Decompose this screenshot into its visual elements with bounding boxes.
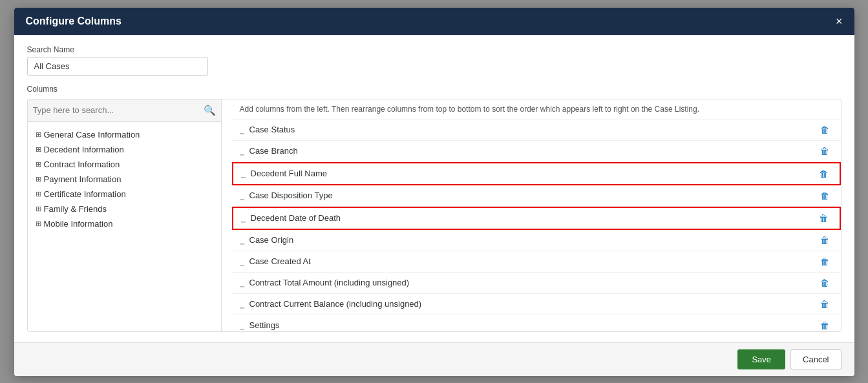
column-row: ⎯ Contract Total Amount (including unsig… (232, 273, 841, 294)
tree-item-label: Certificate Information (44, 189, 126, 199)
right-panel-hint: Add columns from the left. Then rearrang… (232, 99, 841, 119)
tree-item-label: Contract Information (44, 160, 120, 169)
delete-column-button[interactable]: 🗑 (816, 299, 833, 309)
expand-icon: ⊞ (36, 175, 41, 183)
column-row: ⎯ Decedent Full Name 🗑 (232, 162, 841, 185)
search-name-section: Search Name (27, 45, 842, 76)
modal-title: Configure Columns (26, 16, 122, 27)
column-name: Settings (249, 320, 816, 330)
columns-body: 🔍 ⊞General Case Information⊞Decedent Inf… (27, 99, 842, 332)
column-name: Decedent Date of Death (251, 213, 815, 223)
column-name: Case Status (249, 125, 816, 134)
tree-item-label: Decedent Information (44, 145, 124, 154)
modal-body: Search Name Columns 🔍 ⊞General Case Info… (14, 35, 854, 342)
column-name: Case Branch (249, 146, 816, 156)
left-panel: 🔍 ⊞General Case Information⊞Decedent Inf… (28, 99, 222, 331)
column-name: Case Created At (249, 256, 816, 266)
drag-handle[interactable]: ⎯ (240, 300, 244, 309)
delete-column-button[interactable]: 🗑 (816, 146, 833, 156)
column-row: ⎯ Case Branch 🗑 (232, 141, 841, 162)
expand-icon: ⊞ (36, 160, 41, 169)
tree-item-label: Payment Information (44, 174, 122, 184)
column-name: Case Origin (249, 235, 816, 245)
search-box-container: 🔍 (28, 99, 221, 122)
search-name-input[interactable] (27, 57, 208, 76)
modal-header: Configure Columns × (14, 8, 854, 35)
column-row: ⎯ Contract Current Balance (including un… (232, 294, 841, 315)
column-row: ⎯ Case Status 🗑 (232, 119, 841, 141)
cancel-button[interactable]: Cancel (790, 349, 841, 369)
right-panel: Add columns from the left. Then rearrang… (232, 99, 841, 331)
delete-column-button[interactable]: 🗑 (816, 125, 833, 135)
drag-handle[interactable]: ⎯ (241, 214, 246, 223)
columns-label: Columns (27, 85, 842, 94)
search-icon: 🔍 (204, 105, 216, 116)
column-row: ⎯ Case Disposition Type 🗑 (232, 185, 841, 207)
modal-overlay: Configure Columns × Search Name Columns … (0, 0, 868, 383)
delete-column-button[interactable]: 🗑 (816, 191, 833, 201)
delete-column-button[interactable]: 🗑 (815, 169, 832, 179)
drag-handle[interactable]: ⎯ (240, 257, 244, 266)
delete-column-button[interactable]: 🗑 (816, 256, 833, 267)
column-row: ⎯ Decedent Date of Death 🗑 (232, 207, 841, 230)
drag-handle[interactable]: ⎯ (240, 236, 244, 245)
drag-handle[interactable]: ⎯ (240, 191, 244, 200)
modal-footer: Save Cancel (14, 342, 854, 376)
column-row: ⎯ Case Origin 🗑 (232, 230, 841, 251)
tree-item-label: Mobile Information (44, 219, 113, 229)
search-name-label: Search Name (27, 45, 842, 54)
close-button[interactable]: × (836, 16, 843, 27)
configure-columns-modal: Configure Columns × Search Name Columns … (14, 8, 854, 376)
delete-column-button[interactable]: 🗑 (816, 320, 833, 331)
expand-icon: ⊞ (36, 145, 41, 154)
expand-icon: ⊞ (36, 220, 41, 228)
expand-icon: ⊞ (36, 190, 41, 198)
column-row: ⎯ Settings 🗑 (232, 315, 841, 331)
delete-column-button[interactable]: 🗑 (816, 235, 833, 245)
tree-item[interactable]: ⊞General Case Information (34, 127, 215, 142)
drag-handle[interactable]: ⎯ (240, 125, 244, 134)
save-button[interactable]: Save (737, 349, 785, 369)
left-search-input[interactable] (33, 105, 204, 115)
delete-column-button[interactable]: 🗑 (815, 213, 832, 223)
tree-item[interactable]: ⊞Payment Information (34, 172, 215, 187)
tree-item[interactable]: ⊞Mobile Information (34, 216, 215, 231)
columns-list-container: ⎯ Case Status 🗑 ⎯ Case Branch 🗑 ⎯ Decede… (232, 119, 841, 331)
column-row: ⎯ Case Created At 🗑 (232, 251, 841, 273)
column-name: Decedent Full Name (251, 169, 815, 178)
drag-handle[interactable]: ⎯ (240, 321, 244, 330)
drag-handle[interactable]: ⎯ (240, 278, 244, 287)
expand-icon: ⊞ (36, 205, 41, 213)
tree-list: ⊞General Case Information⊞Decedent Infor… (28, 122, 221, 331)
tree-item[interactable]: ⊞Family & Friends (34, 202, 215, 216)
column-name: Contract Current Balance (including unsi… (249, 299, 816, 309)
delete-column-button[interactable]: 🗑 (816, 278, 833, 288)
tree-item-label: General Case Information (44, 130, 140, 140)
drag-handle[interactable]: ⎯ (241, 169, 246, 178)
tree-item[interactable]: ⊞Contract Information (34, 157, 215, 172)
column-name: Contract Total Amount (including unsigne… (249, 278, 816, 287)
column-name: Case Disposition Type (249, 191, 816, 200)
tree-item[interactable]: ⊞Decedent Information (34, 142, 215, 157)
drag-handle[interactable]: ⎯ (240, 147, 244, 156)
expand-icon: ⊞ (36, 130, 41, 139)
tree-item[interactable]: ⊞Certificate Information (34, 187, 215, 202)
tree-item-label: Family & Friends (44, 204, 107, 214)
